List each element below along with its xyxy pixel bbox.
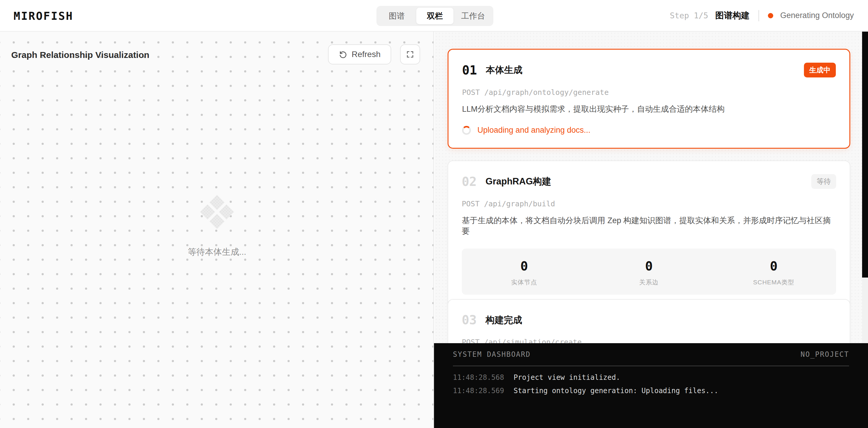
refresh-button[interactable]: Refresh [328,44,391,64]
console-log-list: 11:48:28.568 Project view initialized. 1… [453,366,849,395]
refresh-label: Refresh [352,50,380,59]
app-root: MIROFISH 图谱 双栏 工作台 Step 1/5 图谱构建 Generat… [0,0,868,428]
card-header: 02 GraphRAG构建 等待 [462,174,836,189]
header-divider [758,10,759,21]
loading-diamonds-icon [202,197,232,227]
log-line: 11:48:28.569 Starting ontology generatio… [453,387,849,395]
api-endpoint: POST /api/graph/ontology/generate [462,88,836,97]
system-console: SYSTEM DASHBOARD NO_PROJECT 11:48:28.568… [434,343,868,428]
status-dot-icon [768,13,773,18]
api-endpoint: POST /api/graph/build [462,200,836,208]
card-header: 01 本体生成 生成中 [462,63,836,78]
tab-two-column[interactable]: 双栏 [416,8,453,24]
waiting-text: 等待本体生成... [188,246,246,258]
card-ontology-generation: 01 本体生成 生成中 POST /api/graph/ontology/gen… [447,49,850,149]
stat-label: 关系边 [639,278,659,286]
console-title: SYSTEM DASHBOARD [453,350,531,359]
stat-label: SCHEMA类型 [753,278,795,286]
stat-value: 0 [645,259,653,274]
step-title: 图谱构建 [715,10,750,22]
progress-row: Uploading and analyzing docs... [462,125,836,135]
step-counter: Step 1/5 [670,11,708,20]
status-text: Generating Ontology [780,11,854,20]
tab-graph[interactable]: 图谱 [378,8,415,24]
panel-title: Graph Relationship Visualization [11,50,149,60]
log-message: Project view initialized. [514,373,620,381]
card-title: 本体生成 [486,64,523,76]
header-status-area: Step 1/5 图谱构建 Generating Ontology [670,0,854,31]
log-timestamp: 11:48:28.569 [453,387,504,395]
spinner-icon [462,126,471,135]
top-header: MIROFISH 图谱 双栏 工作台 Step 1/5 图谱构建 Generat… [0,0,868,32]
log-message: Starting ontology generation: Uploading … [514,387,718,395]
stat-label: 实体节点 [511,278,537,286]
scrollbar-thumb[interactable] [862,32,868,278]
status-badge: 生成中 [804,63,836,78]
card-description: 基于生成的本体，将文档自动分块后调用 Zep 构建知识图谱，提取实体和关系，并形… [462,215,836,237]
fullscreen-button[interactable] [400,44,420,64]
card-header: 03 构建完成 [462,313,836,327]
card-graphrag-build: 02 GraphRAG构建 等待 POST /api/graph/build 基… [447,161,850,308]
tab-workbench[interactable]: 工作台 [455,8,492,24]
console-header: SYSTEM DASHBOARD NO_PROJECT [453,343,849,366]
refresh-icon [339,50,347,59]
graph-loading-state: 等待本体生成... [0,197,434,258]
card-description: LLM分析文档内容与模拟需求，提取出现实种子，自动生成合适的本体结构 [462,104,836,114]
app-logo: MIROFISH [13,10,73,23]
fullscreen-icon [406,50,414,59]
stat-value: 0 [770,259,778,274]
stat-schema-types: 0 SCHEMA类型 [711,259,836,286]
stats-box: 0 实体节点 0 关系边 0 SCHEMA类型 [462,249,836,295]
stat-value: 0 [520,259,528,274]
log-timestamp: 11:48:28.568 [453,373,504,381]
card-title: GraphRAG构建 [486,175,551,188]
panel-actions: Refresh [328,44,420,64]
graph-visualization-panel: Graph Relationship Visualization Refresh [0,32,434,428]
console-project-label: NO_PROJECT [801,350,849,359]
status-badge: 等待 [811,174,836,189]
stat-entity-nodes: 0 实体节点 [462,259,587,286]
card-number: 03 [462,313,477,327]
view-tab-group: 图谱 双栏 工作台 [376,6,493,26]
progress-text: Uploading and analyzing docs... [477,125,590,135]
stat-relation-edges: 0 关系边 [587,259,712,286]
card-number: 02 [462,174,477,189]
card-title: 构建完成 [486,314,522,326]
log-line: 11:48:28.568 Project view initialized. [453,373,849,381]
card-number: 01 [462,63,477,78]
